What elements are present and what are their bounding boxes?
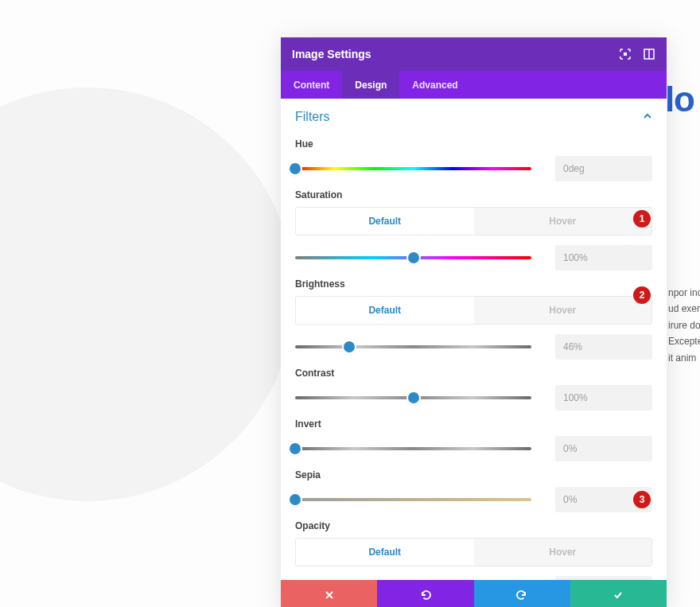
background-circle <box>0 88 294 501</box>
panel-header: Image Settings <box>281 37 667 71</box>
opacity-segment-hover[interactable]: Hover <box>474 539 652 566</box>
contrast-slider-thumb[interactable] <box>408 392 419 403</box>
brightness-label: Brightness <box>295 278 652 290</box>
annotation-2: 2 <box>633 286 651 304</box>
cancel-button[interactable] <box>281 580 377 607</box>
panel-body[interactable]: Hue0degSaturationDefaultHover100%Brightn… <box>281 130 667 580</box>
panel-title: Image Settings <box>292 48 608 60</box>
saturation-slider-thumb[interactable] <box>408 252 419 263</box>
opacity-segment: DefaultHover <box>295 538 652 566</box>
redo-button[interactable] <box>474 580 570 607</box>
annotation-1: 1 <box>633 210 651 228</box>
saturation-control: SaturationDefaultHover100% <box>295 189 652 270</box>
saturation-segment: DefaultHover <box>295 207 652 235</box>
hue-label: Hue <box>295 138 652 150</box>
undo-button[interactable] <box>377 580 473 607</box>
sepia-slider-thumb[interactable] <box>290 494 301 505</box>
invert-label: Invert <box>295 418 652 430</box>
brightness-segment: DefaultHover <box>295 296 652 325</box>
background-lorem: npor incid ud exerci irure do Excepteu i… <box>668 285 700 366</box>
expand-icon[interactable] <box>619 48 632 60</box>
brightness-control: BrightnessDefaultHover46% <box>295 278 652 360</box>
section-header[interactable]: Filters <box>281 99 667 130</box>
contrast-label: Contrast <box>295 368 652 379</box>
saturation-value[interactable]: 100% <box>555 245 652 270</box>
annotation-3: 3 <box>633 491 651 508</box>
tabs: Content Design Advanced <box>281 71 667 99</box>
tab-advanced[interactable]: Advanced <box>399 71 470 99</box>
invert-slider-thumb[interactable] <box>290 443 301 454</box>
section-title: Filters <box>295 110 643 124</box>
brightness-segment-default[interactable]: Default <box>296 297 474 324</box>
invert-slider[interactable] <box>295 440 531 457</box>
saturation-slider[interactable] <box>295 249 531 267</box>
opacity-label: Opacity <box>295 520 652 531</box>
sepia-label: Sepia <box>295 469 652 481</box>
svg-rect-0 <box>624 53 627 56</box>
contrast-value[interactable]: 100% <box>555 385 652 411</box>
opacity-control: OpacityDefaultHover3% <box>295 520 652 580</box>
opacity-value[interactable]: 3% <box>555 576 652 580</box>
hue-control: Hue0deg <box>295 138 652 181</box>
saturation-label: Saturation <box>295 189 652 200</box>
hue-value[interactable]: 0deg <box>555 156 652 181</box>
brightness-segment-hover[interactable]: Hover <box>474 297 652 324</box>
hue-slider[interactable] <box>295 160 531 177</box>
opacity-segment-default[interactable]: Default <box>296 539 474 566</box>
settings-panel: Image Settings Content Design Advanced F… <box>281 37 667 607</box>
brightness-value[interactable]: 46% <box>555 334 652 360</box>
sepia-slider[interactable] <box>295 491 531 508</box>
saturation-segment-hover[interactable]: Hover <box>474 208 652 235</box>
tab-content[interactable]: Content <box>281 71 342 99</box>
contrast-control: Contrast100% <box>295 368 652 411</box>
brightness-slider[interactable] <box>295 338 531 356</box>
chevron-up-icon[interactable] <box>643 111 652 123</box>
columns-icon[interactable] <box>643 48 655 60</box>
invert-value[interactable]: 0% <box>555 436 652 461</box>
sepia-control: Sepia0% <box>295 469 652 512</box>
save-button[interactable] <box>570 580 667 607</box>
contrast-slider[interactable] <box>295 389 531 407</box>
saturation-segment-default[interactable]: Default <box>296 208 474 235</box>
tab-design[interactable]: Design <box>342 71 399 99</box>
hue-slider-thumb[interactable] <box>290 163 301 174</box>
panel-footer <box>281 580 667 607</box>
brightness-slider-thumb[interactable] <box>344 341 355 352</box>
invert-control: Invert0% <box>295 418 652 461</box>
